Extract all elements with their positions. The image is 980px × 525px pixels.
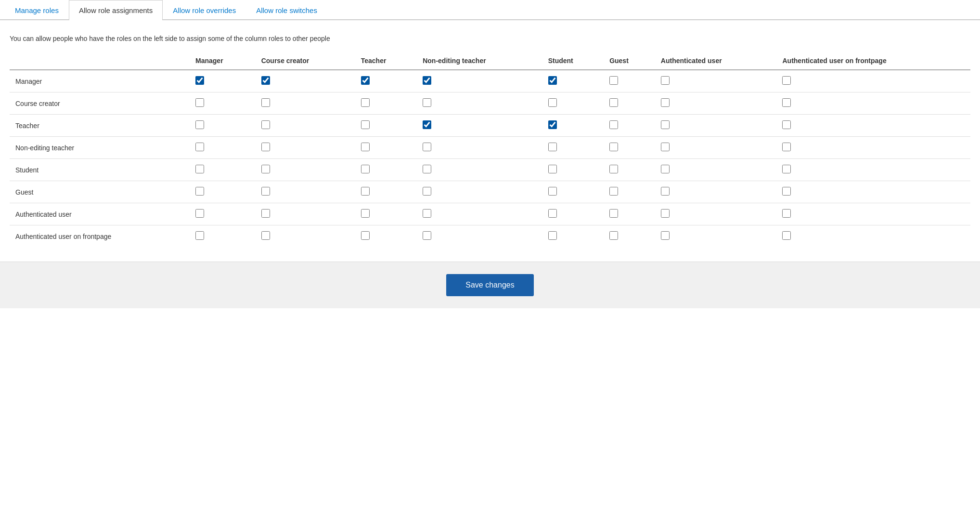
- checkbox-4-4[interactable]: [548, 165, 557, 173]
- checkbox-2-2[interactable]: [361, 120, 370, 129]
- cell-4-0: [190, 159, 256, 181]
- checkbox-5-4[interactable]: [548, 187, 557, 196]
- checkbox-0-2[interactable]: [361, 76, 370, 85]
- checkbox-0-3[interactable]: [423, 76, 431, 85]
- cell-0-3: [417, 70, 542, 92]
- checkbox-6-2[interactable]: [361, 209, 370, 218]
- checkbox-2-1[interactable]: [261, 120, 270, 129]
- checkbox-2-0[interactable]: [195, 120, 204, 129]
- tabs-nav: Manage rolesAllow role assignmentsAllow …: [0, 0, 980, 20]
- checkbox-4-1[interactable]: [261, 165, 270, 173]
- checkbox-7-5[interactable]: [609, 231, 618, 240]
- checkbox-6-7[interactable]: [782, 209, 791, 218]
- checkbox-3-6[interactable]: [661, 143, 670, 151]
- checkbox-1-7[interactable]: [782, 98, 791, 107]
- checkbox-7-2[interactable]: [361, 231, 370, 240]
- checkbox-2-6[interactable]: [661, 120, 670, 129]
- table-row: Authenticated user: [10, 203, 970, 225]
- row-label-5: Guest: [10, 181, 190, 203]
- checkbox-1-4[interactable]: [548, 98, 557, 107]
- checkbox-1-6[interactable]: [661, 98, 670, 107]
- checkbox-2-3[interactable]: [423, 120, 431, 129]
- cell-3-7: [776, 137, 970, 159]
- checkbox-4-7[interactable]: [782, 165, 791, 173]
- checkbox-0-5[interactable]: [609, 76, 618, 85]
- checkbox-3-7[interactable]: [782, 143, 791, 151]
- cell-0-0: [190, 70, 256, 92]
- checkbox-2-5[interactable]: [609, 120, 618, 129]
- cell-1-3: [417, 92, 542, 115]
- checkbox-2-4[interactable]: [548, 120, 557, 129]
- cell-0-5: [604, 70, 655, 92]
- row-label-0: Manager: [10, 70, 190, 92]
- tab-manage-roles[interactable]: Manage roles: [5, 0, 69, 20]
- checkbox-6-0[interactable]: [195, 209, 204, 218]
- checkbox-6-1[interactable]: [261, 209, 270, 218]
- col-header-non-editing-teacher: Non-editing teacher: [417, 52, 542, 70]
- checkbox-5-1[interactable]: [261, 187, 270, 196]
- col-header-course-creator: Course creator: [256, 52, 355, 70]
- tab-allow-role-switches[interactable]: Allow role switches: [246, 0, 327, 20]
- cell-7-0: [190, 225, 256, 248]
- cell-2-4: [542, 115, 604, 137]
- checkbox-1-0[interactable]: [195, 98, 204, 107]
- checkbox-7-3[interactable]: [423, 231, 431, 240]
- cell-3-0: [190, 137, 256, 159]
- cell-7-3: [417, 225, 542, 248]
- checkbox-7-7[interactable]: [782, 231, 791, 240]
- checkbox-1-5[interactable]: [609, 98, 618, 107]
- checkbox-0-6[interactable]: [661, 76, 670, 85]
- checkbox-3-2[interactable]: [361, 143, 370, 151]
- checkbox-1-1[interactable]: [261, 98, 270, 107]
- cell-7-6: [655, 225, 777, 248]
- checkbox-6-3[interactable]: [423, 209, 431, 218]
- checkbox-1-2[interactable]: [361, 98, 370, 107]
- checkbox-0-7[interactable]: [782, 76, 791, 85]
- checkbox-5-5[interactable]: [609, 187, 618, 196]
- save-changes-button[interactable]: Save changes: [446, 274, 533, 296]
- checkbox-3-0[interactable]: [195, 143, 204, 151]
- table-row: Teacher: [10, 115, 970, 137]
- checkbox-0-0[interactable]: [195, 76, 204, 85]
- checkbox-6-6[interactable]: [661, 209, 670, 218]
- checkbox-4-0[interactable]: [195, 165, 204, 173]
- cell-2-2: [355, 115, 417, 137]
- checkbox-6-5[interactable]: [609, 209, 618, 218]
- checkbox-0-4[interactable]: [548, 76, 557, 85]
- checkbox-5-2[interactable]: [361, 187, 370, 196]
- checkbox-5-7[interactable]: [782, 187, 791, 196]
- checkbox-3-4[interactable]: [548, 143, 557, 151]
- cell-5-2: [355, 181, 417, 203]
- col-header-teacher: Teacher: [355, 52, 417, 70]
- checkbox-5-0[interactable]: [195, 187, 204, 196]
- checkbox-5-3[interactable]: [423, 187, 431, 196]
- cell-2-6: [655, 115, 777, 137]
- table-body: ManagerCourse creatorTeacherNon-editing …: [10, 70, 970, 247]
- checkbox-3-1[interactable]: [261, 143, 270, 151]
- checkbox-2-7[interactable]: [782, 120, 791, 129]
- tab-allow-role-overrides[interactable]: Allow role overrides: [163, 0, 246, 20]
- cell-6-2: [355, 203, 417, 225]
- checkbox-7-1[interactable]: [261, 231, 270, 240]
- cell-1-6: [655, 92, 777, 115]
- cell-2-5: [604, 115, 655, 137]
- checkbox-4-2[interactable]: [361, 165, 370, 173]
- checkbox-7-6[interactable]: [661, 231, 670, 240]
- checkbox-7-4[interactable]: [548, 231, 557, 240]
- cell-4-7: [776, 159, 970, 181]
- checkbox-6-4[interactable]: [548, 209, 557, 218]
- checkbox-7-0[interactable]: [195, 231, 204, 240]
- cell-7-1: [256, 225, 355, 248]
- checkbox-3-3[interactable]: [423, 143, 431, 151]
- checkbox-0-1[interactable]: [261, 76, 270, 85]
- checkbox-4-3[interactable]: [423, 165, 431, 173]
- checkbox-1-3[interactable]: [423, 98, 431, 107]
- tab-allow-role-assignments[interactable]: Allow role assignments: [69, 0, 163, 20]
- checkbox-4-5[interactable]: [609, 165, 618, 173]
- checkbox-5-6[interactable]: [661, 187, 670, 196]
- checkbox-4-6[interactable]: [661, 165, 670, 173]
- cell-0-1: [256, 70, 355, 92]
- checkbox-3-5[interactable]: [609, 143, 618, 151]
- cell-2-0: [190, 115, 256, 137]
- cell-5-5: [604, 181, 655, 203]
